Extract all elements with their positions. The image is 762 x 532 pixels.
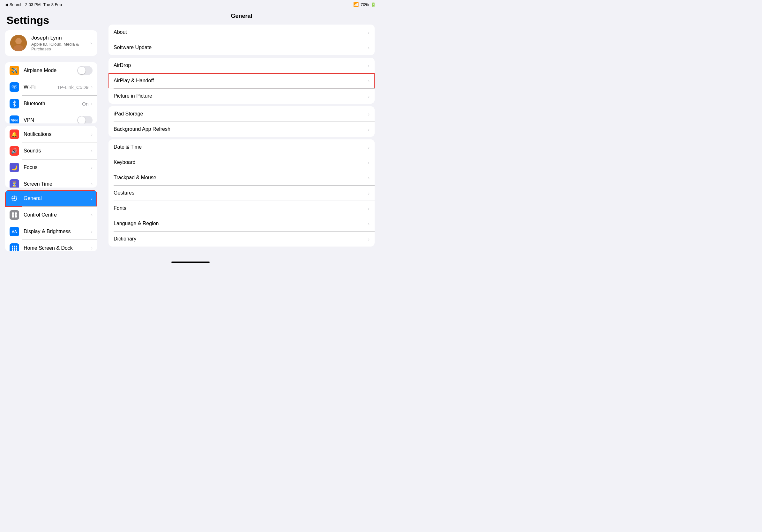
bluetooth-value: On: [82, 101, 88, 106]
content-item-trackpad-mouse[interactable]: Trackpad & Mouse ›: [109, 170, 375, 185]
wifi-label: Wi-Fi: [24, 84, 57, 90]
ipad-storage-chevron: ›: [368, 111, 369, 117]
sidebar-item-display-brightness[interactable]: AA Display & Brightness ›: [5, 223, 97, 240]
background-app-refresh-label: Background App Refresh: [114, 126, 368, 132]
svg-rect-14: [14, 245, 15, 247]
search-button[interactable]: ◀ Search: [5, 2, 23, 7]
content-item-airdrop[interactable]: AirDrop ›: [109, 58, 375, 73]
wifi-icon: [10, 82, 19, 92]
battery-icon: 🔋: [371, 2, 376, 7]
svg-rect-15: [16, 245, 17, 247]
content-group-system: Date & Time › Keyboard › Trackpad & Mous…: [109, 139, 375, 246]
content-item-fonts[interactable]: Fonts ›: [109, 201, 375, 216]
content-item-about[interactable]: About ›: [109, 25, 375, 40]
trackpad-mouse-label: Trackpad & Mouse: [114, 175, 368, 180]
vpn-toggle[interactable]: [77, 116, 93, 123]
wifi-value: TP-Link_C5D9: [57, 85, 88, 90]
svg-rect-11: [12, 215, 14, 218]
home-screen-dock-icon: [10, 243, 19, 251]
airplane-mode-toggle[interactable]: [77, 66, 93, 75]
gestures-label: Gestures: [114, 190, 368, 196]
date-time-label: Date & Time: [114, 144, 368, 150]
sidebar-item-airplane-mode[interactable]: ✈️ Airplane Mode: [5, 62, 97, 79]
sidebar-item-screen-time[interactable]: ⏳ Screen Time ›: [5, 176, 97, 187]
date-display: Tue 8 Feb: [43, 2, 62, 7]
content-item-dictionary[interactable]: Dictionary ›: [109, 231, 375, 246]
sounds-icon: 🔊: [10, 146, 19, 156]
svg-rect-19: [12, 249, 13, 251]
content-item-picture-in-picture[interactable]: Picture in Picture ›: [109, 88, 375, 104]
status-left: ◀ Search 2:03 PM Tue 8 Feb: [5, 2, 62, 7]
airplane-mode-icon: ✈️: [10, 66, 19, 75]
focus-chevron: ›: [91, 165, 93, 170]
focus-label: Focus: [24, 165, 90, 170]
control-centre-icon: [10, 210, 19, 220]
content-item-gestures[interactable]: Gestures ›: [109, 185, 375, 201]
general-chevron: ›: [91, 196, 93, 201]
screen-time-chevron: ›: [91, 181, 93, 187]
keyboard-chevron: ›: [368, 160, 369, 165]
dictionary-chevron: ›: [368, 236, 369, 242]
airplay-handoff-label: AirPlay & Handoff: [114, 78, 368, 84]
settings-title: Settings: [0, 9, 102, 30]
fonts-chevron: ›: [368, 206, 369, 211]
picture-in-picture-label: Picture in Picture: [114, 93, 368, 99]
notifications-chevron: ›: [91, 132, 93, 137]
sidebar-item-wifi[interactable]: Wi-Fi TP-Link_C5D9 ›: [5, 79, 97, 96]
sidebar-item-general[interactable]: General ›: [5, 190, 97, 207]
svg-rect-20: [14, 249, 15, 251]
sidebar-item-notifications[interactable]: 🔔 Notifications ›: [5, 126, 97, 143]
about-chevron: ›: [368, 30, 369, 35]
gestures-chevron: ›: [368, 190, 369, 196]
status-bar: ◀ Search 2:03 PM Tue 8 Feb 📶 70% 🔋: [0, 0, 381, 9]
svg-rect-21: [16, 249, 17, 251]
software-update-label: Software Update: [114, 45, 368, 50]
profile-subtitle: Apple ID, iCloud, Media & Purchases: [31, 42, 85, 51]
content-item-language-region[interactable]: Language & Region ›: [109, 216, 375, 231]
content-group-storage: iPad Storage › Background App Refresh ›: [109, 106, 375, 137]
content-item-airplay-handoff[interactable]: AirPlay & Handoff ›: [109, 73, 375, 88]
sidebar-item-control-centre[interactable]: Control Centre ›: [5, 207, 97, 223]
svg-rect-18: [16, 247, 17, 249]
sidebar: Settings Joseph Lynn Apple ID, iCloud, M…: [0, 9, 102, 259]
content-item-background-app-refresh[interactable]: Background App Refresh ›: [109, 121, 375, 137]
display-brightness-icon: AA: [10, 227, 19, 236]
sounds-chevron: ›: [91, 148, 93, 154]
connectivity-group: ✈️ Airplane Mode Wi-Fi TP-Link_C5D9 ›: [5, 62, 97, 123]
content-item-date-time[interactable]: Date & Time ›: [109, 139, 375, 155]
home-screen-dock-chevron: ›: [91, 245, 93, 251]
time-display: 2:03 PM: [25, 2, 40, 7]
wifi-icon: 📶: [353, 2, 359, 7]
content-item-keyboard[interactable]: Keyboard ›: [109, 155, 375, 170]
airplay-handoff-chevron: ›: [368, 78, 369, 84]
svg-point-4: [13, 197, 15, 199]
airdrop-label: AirDrop: [114, 62, 368, 68]
sidebar-item-bluetooth[interactable]: Bluetooth On ›: [5, 96, 97, 112]
focus-icon: 🌙: [10, 163, 19, 172]
content-item-ipad-storage[interactable]: iPad Storage ›: [109, 106, 375, 121]
content-item-software-update[interactable]: Software Update ›: [109, 40, 375, 55]
control-centre-label: Control Centre: [24, 212, 90, 218]
sidebar-item-sounds[interactable]: 🔊 Sounds ›: [5, 143, 97, 159]
screen-time-label: Screen Time: [24, 181, 90, 187]
bluetooth-icon: [10, 99, 19, 108]
sidebar-item-home-screen-dock[interactable]: Home Screen & Dock ›: [5, 240, 97, 251]
notifications-icon: 🔔: [10, 129, 19, 139]
profile-chevron: ›: [90, 40, 92, 46]
language-region-label: Language & Region: [114, 221, 368, 227]
scroll-indicator: [171, 262, 210, 263]
sidebar-item-vpn[interactable]: VPN VPN: [5, 112, 97, 123]
home-screen-dock-label: Home Screen & Dock: [24, 245, 90, 251]
ipad-storage-label: iPad Storage: [114, 111, 368, 117]
sidebar-item-focus[interactable]: 🌙 Focus ›: [5, 159, 97, 176]
profile-name: Joseph Lynn: [31, 35, 85, 41]
keyboard-label: Keyboard: [114, 160, 368, 165]
svg-rect-16: [12, 247, 13, 249]
bluetooth-label: Bluetooth: [24, 101, 82, 106]
main-layout: Settings Joseph Lynn Apple ID, iCloud, M…: [0, 9, 381, 259]
system-group-2: General › Control Centre › AA Display &: [5, 190, 97, 251]
bluetooth-chevron: ›: [91, 101, 93, 106]
profile-info: Joseph Lynn Apple ID, iCloud, Media & Pu…: [31, 35, 85, 51]
profile-card[interactable]: Joseph Lynn Apple ID, iCloud, Media & Pu…: [5, 30, 97, 56]
content-panel: General About › Software Update › AirDro…: [102, 9, 381, 259]
